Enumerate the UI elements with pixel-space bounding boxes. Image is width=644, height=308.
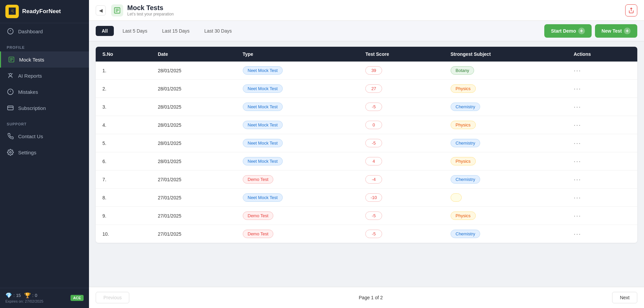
sidebar-item-subscription[interactable]: Subscription (0, 100, 89, 116)
cell-sno: 2. (96, 80, 151, 98)
filter-all-button[interactable]: All (96, 26, 114, 36)
cell-sno: 3. (96, 98, 151, 116)
score-badge: -5 (365, 103, 382, 111)
table-row: 4. 28/01/2025 Neet Mock Test 0 Physics ·… (96, 116, 637, 134)
collapse-sidebar-button[interactable]: ◀ (96, 5, 106, 15)
svg-point-7 (9, 73, 12, 76)
cell-type: Neet Mock Test (236, 134, 359, 152)
xp-stat: 🏆 : 0 (24, 292, 37, 299)
cell-subject: Chemistry (444, 170, 567, 189)
new-test-button[interactable]: New Test + (595, 24, 637, 38)
cell-subject: Physics (444, 80, 567, 98)
actions-menu-button[interactable]: ··· (573, 139, 581, 147)
cell-sno: 1. (96, 62, 151, 80)
cell-score: 39 (359, 62, 444, 80)
subscription-icon (7, 104, 14, 112)
filter-last30-button[interactable]: Last 30 Days (198, 26, 238, 36)
col-actions: Actions (567, 47, 637, 62)
type-badge: Demo Test (243, 230, 274, 238)
sidebar-item-contact-us[interactable]: Contact Us (0, 128, 89, 144)
subject-badge (451, 193, 462, 202)
score-badge: -5 (365, 211, 382, 220)
table-wrapper: S.No Date Type Test Score Strongest Subj… (96, 47, 637, 243)
type-badge: Neet Mock Test (243, 121, 283, 129)
actions-menu-button[interactable]: ··· (573, 103, 581, 110)
profile-section-label: PROFILE (0, 39, 89, 51)
score-badge: -10 (365, 193, 382, 202)
actions-menu-button[interactable]: ··· (573, 85, 581, 92)
logo-text: ReadyForNeet (22, 8, 61, 15)
share-button[interactable] (625, 4, 637, 16)
cell-score: 27 (359, 80, 444, 98)
score-badge: -5 (365, 139, 382, 147)
cell-sno: 9. (96, 207, 151, 225)
subject-badge: Chemistry (451, 175, 480, 184)
cell-type: Demo Test (236, 225, 359, 243)
cell-type: Neet Mock Test (236, 98, 359, 116)
sidebar-logo: 🅱 ReadyForNeet (0, 0, 89, 23)
ace-badge: ACE (71, 295, 84, 301)
start-demo-button[interactable]: Start Demo + (544, 24, 592, 38)
start-demo-plus-icon: + (578, 28, 585, 34)
sidebar-item-label: Contact Us (18, 133, 43, 139)
actions-menu-button[interactable]: ··· (573, 230, 581, 237)
page-header: Mock Tests Let's test your preparation (111, 4, 174, 16)
cell-type: Neet Mock Test (236, 152, 359, 170)
cell-actions: ··· (567, 80, 637, 98)
table-row: 8. 27/01/2025 Neet Mock Test -10 ··· (96, 189, 637, 207)
cell-sno: 8. (96, 189, 151, 207)
next-button[interactable]: Next (612, 292, 637, 303)
type-badge: Neet Mock Test (243, 193, 283, 202)
cell-actions: ··· (567, 62, 637, 80)
cell-score: -5 (359, 225, 444, 243)
col-score: Test Score (359, 47, 444, 62)
subject-badge: Physics (451, 157, 476, 165)
actions-menu-button[interactable]: ··· (573, 194, 581, 201)
cell-subject: Chemistry (444, 225, 567, 243)
cell-score: -10 (359, 189, 444, 207)
cell-actions: ··· (567, 152, 637, 170)
subject-badge: Botany (451, 66, 474, 75)
filter-last5-button[interactable]: Last 5 Days (117, 26, 153, 36)
cell-date: 28/01/2025 (151, 152, 236, 170)
cell-sno: 6. (96, 152, 151, 170)
sidebar-item-label: Dashboard (18, 29, 43, 34)
settings-icon (7, 149, 14, 156)
sidebar-item-mock-tests[interactable]: Mock Tests (0, 51, 89, 68)
sidebar-item-settings[interactable]: Settings (0, 144, 89, 160)
svg-line-9 (8, 73, 9, 74)
cell-score: 0 (359, 116, 444, 134)
cell-type: Demo Test (236, 170, 359, 189)
svg-point-15 (10, 152, 11, 153)
ai-reports-icon (7, 72, 14, 79)
actions-menu-button[interactable]: ··· (573, 67, 581, 74)
sidebar-item-mistakes[interactable]: Mistakes (0, 84, 89, 100)
cell-subject (444, 189, 567, 207)
type-badge: Neet Mock Test (243, 157, 283, 165)
actions-menu-button[interactable]: ··· (573, 121, 581, 128)
sidebar-bottom: 💎 : 15 🏆 : 0 Expires on: 27/02/2025 ACE (0, 288, 89, 308)
cell-actions: ··· (567, 225, 637, 243)
filter-last15-button[interactable]: Last 15 Days (156, 26, 196, 36)
type-badge: Neet Mock Test (243, 84, 283, 93)
cell-actions: ··· (567, 189, 637, 207)
cell-date: 28/01/2025 (151, 116, 236, 134)
sidebar-item-ai-reports[interactable]: AI Reports (0, 68, 89, 84)
coins-stat: 💎 : 15 (5, 292, 21, 299)
sidebar-item-label: Subscription (18, 105, 46, 111)
cell-subject: Chemistry (444, 98, 567, 116)
score-badge: 27 (365, 84, 382, 93)
cell-type: Neet Mock Test (236, 189, 359, 207)
new-test-plus-icon: + (624, 28, 631, 34)
expires-text: Expires on: 27/02/2025 (5, 299, 43, 303)
mock-tests-table: S.No Date Type Test Score Strongest Subj… (96, 47, 637, 243)
contact-icon (7, 132, 14, 140)
cell-date: 28/01/2025 (151, 134, 236, 152)
previous-button[interactable]: Previous (96, 292, 129, 303)
actions-menu-button[interactable]: ··· (573, 212, 581, 219)
sidebar-item-dashboard[interactable]: Dashboard (0, 23, 89, 39)
actions-menu-button[interactable]: ··· (573, 157, 581, 165)
score-badge: -4 (365, 175, 382, 184)
actions-menu-button[interactable]: ··· (573, 176, 581, 183)
cell-date: 27/01/2025 (151, 189, 236, 207)
